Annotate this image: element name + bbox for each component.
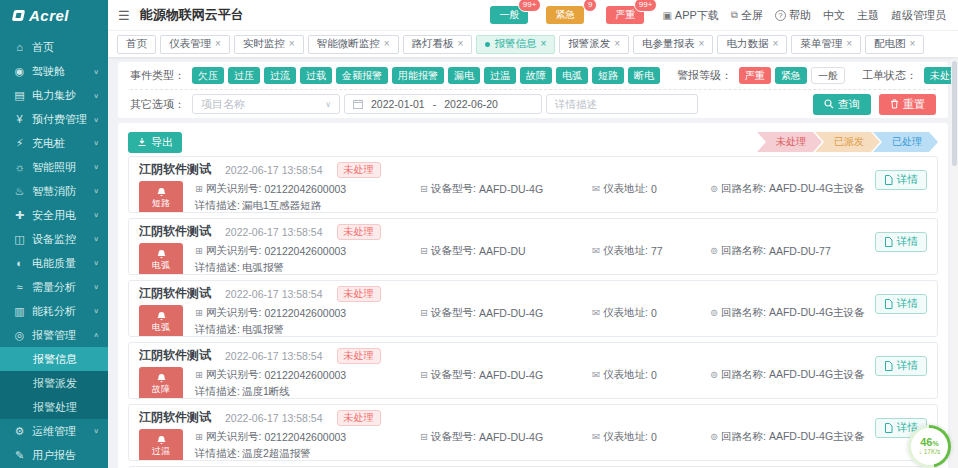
field-value: 77 [651, 245, 663, 257]
level-general-button[interactable]: 一般 [811, 67, 845, 84]
hamburger-icon[interactable] [118, 8, 130, 23]
description-input[interactable] [546, 94, 698, 114]
alarm-type-icon: 电弧 [139, 305, 183, 337]
alarm-type-icon: 故障 [139, 367, 183, 399]
flow-step-pending[interactable]: 未处理 [757, 132, 822, 152]
event-type-overtemp[interactable]: 过温 [484, 67, 516, 84]
tab-meter-management[interactable]: 仪表管理 [160, 35, 230, 54]
theme-switch[interactable]: 主题 [857, 8, 879, 23]
alarm-card: 江阴软件测试 2022-06-17 13:58:54 未处理 短路 网关识别号:… [128, 156, 938, 213]
circuit-icon [710, 431, 718, 442]
sidebar-item-power-collection[interactable]: 电力集抄 [0, 83, 108, 107]
tab-distribution-diagram[interactable]: 配电图 [865, 35, 924, 54]
tab-menu-management[interactable]: 菜单管理 [791, 35, 861, 54]
alarm-level-urgent-badge[interactable]: 紧急 9 [546, 6, 584, 24]
status-badge: 未处理 [337, 162, 381, 178]
sidebar-item-demand-analysis[interactable]: 需量分析 [0, 275, 108, 299]
flow-step-dispatched[interactable]: 已派发 [815, 132, 880, 152]
field-value: AAFD-DU-4G [479, 369, 543, 381]
sidebar-item-alarm-management[interactable]: 报警管理 [0, 323, 108, 347]
close-icon[interactable] [215, 39, 221, 49]
close-icon[interactable] [384, 39, 390, 49]
event-type-short-circuit[interactable]: 短路 [592, 67, 624, 84]
chevron-down-icon [93, 259, 99, 266]
sidebar-item-user-report[interactable]: 用户报告 [0, 443, 108, 467]
sidebar-item-device-monitor[interactable]: 设备监控 [0, 227, 108, 251]
event-type-fault[interactable]: 故障 [520, 67, 552, 84]
sidebar-item-dashboard[interactable]: 驾驶舱 [0, 59, 108, 83]
tab-home[interactable]: 首页 [117, 35, 156, 54]
flow-step-handled[interactable]: 已处理 [873, 132, 938, 152]
sidebar-item-alarm-info[interactable]: 报警信息 [0, 347, 108, 371]
description-field: 详情描述:温度2超温报警 [195, 447, 927, 460]
close-icon[interactable] [699, 39, 705, 49]
dashboard-icon [13, 65, 26, 78]
event-type-energy-alarm[interactable]: 用能报警 [392, 67, 444, 84]
tab-power-data[interactable]: 电力数据 [717, 35, 787, 54]
event-type-arc[interactable]: 电弧 [556, 67, 588, 84]
project-select[interactable]: 项目名称 [192, 94, 340, 114]
field-label: 回路名称: [721, 306, 766, 320]
close-icon[interactable] [772, 39, 778, 49]
app-download-link[interactable]: APP下载 [662, 8, 718, 23]
card-body: 电弧 网关识别号:02122042600003 设备型号:AAFD-DU 仪表地… [139, 243, 927, 275]
event-type-undervoltage[interactable]: 欠压 [192, 67, 224, 84]
user-name: 超级管理员 [891, 8, 946, 23]
event-type-overvoltage[interactable]: 过压 [228, 67, 260, 84]
date-range-picker[interactable]: 2022-01-01 - 2022-06-20 [344, 94, 542, 114]
sidebar-item-power-quality[interactable]: 电能质量 [0, 251, 108, 275]
alarm-level-severe-badge[interactable]: 严重 99+ [606, 6, 644, 24]
tab-realtime-monitor[interactable]: 实时监控 [234, 35, 304, 54]
alarm-time: 2022-06-17 13:58:54 [225, 412, 323, 424]
tab-smart-breaker[interactable]: 智能微断监控 [308, 35, 399, 54]
detail-button[interactable]: 详情 [875, 170, 927, 190]
fullscreen-link[interactable]: 全屏 [731, 8, 763, 23]
sidebar-item-alarm-handle[interactable]: 报警处理 [0, 395, 108, 419]
scrollbar-thumb[interactable] [952, 61, 957, 166]
event-type-leakage[interactable]: 漏电 [448, 67, 480, 84]
reset-button[interactable]: 重置 [879, 94, 936, 115]
tab-alarm-dispatch[interactable]: 报警派发 [559, 35, 629, 54]
help-link[interactable]: ? 帮助 [775, 8, 811, 23]
sidebar-item-fire-protection[interactable]: 智慧消防 [0, 179, 108, 203]
event-type-overload[interactable]: 过载 [300, 67, 332, 84]
detail-button[interactable]: 详情 [875, 294, 927, 314]
sidebar-item-electrical-safety[interactable]: 安全用电 [0, 203, 108, 227]
performance-gauge[interactable]: 46% ↓ 17K/s [908, 425, 951, 468]
alarm-level-general-badge[interactable]: 一般 99+ [490, 6, 528, 24]
sidebar-menu: 首页 驾驶舱 电力集抄 预付费管理 充电桩 [0, 30, 108, 467]
tab-streetlight-board[interactable]: 路灯看板 [403, 35, 473, 54]
close-icon[interactable] [458, 39, 464, 49]
vertical-scrollbar[interactable] [951, 57, 958, 468]
close-icon[interactable] [540, 39, 546, 49]
detail-button[interactable]: 详情 [875, 232, 927, 252]
detail-button[interactable]: 详情 [875, 356, 927, 376]
level-severe-button[interactable]: 严重 [739, 67, 771, 84]
sidebar-item-prepaid[interactable]: 预付费管理 [0, 107, 108, 131]
language-switch[interactable]: 中文 [823, 8, 845, 23]
export-button[interactable]: 导出 [128, 132, 182, 153]
sidebar-item-home[interactable]: 首页 [0, 35, 108, 59]
close-icon[interactable] [289, 39, 295, 49]
tab-alarm-info[interactable]: 报警信息 [476, 35, 555, 54]
export-icon [137, 137, 147, 147]
close-icon[interactable] [910, 39, 916, 49]
field-label: 设备型号: [431, 244, 476, 258]
level-urgent-button[interactable]: 紧急 [775, 67, 807, 84]
sidebar-item-lighting[interactable]: 智能照明 [0, 155, 108, 179]
tab-parameter-report[interactable]: 电参量报表 [633, 35, 713, 54]
close-icon[interactable] [846, 39, 852, 49]
close-icon[interactable] [614, 39, 620, 49]
user-menu[interactable]: 超级管理员 [891, 8, 946, 23]
event-type-overcurrent[interactable]: 过流 [264, 67, 296, 84]
event-type-amount-alarm[interactable]: 金额报警 [336, 67, 388, 84]
sidebar-item-charging-pile[interactable]: 充电桩 [0, 131, 108, 155]
electrical-safety-icon [13, 209, 26, 222]
alarm-type-label: 故障 [152, 385, 170, 394]
search-button[interactable]: 查询 [813, 94, 871, 115]
sidebar-item-operations[interactable]: 运维管理 [0, 419, 108, 443]
sidebar-item-energy-analysis[interactable]: 能耗分析 [0, 299, 108, 323]
sidebar-item-alarm-dispatch[interactable]: 报警派发 [0, 371, 108, 395]
event-type-power-off[interactable]: 断电 [628, 67, 660, 84]
alarm-card: 江阴软件测试 2022-06-17 13:58:54 未处理 电弧 网关识别号:… [128, 280, 938, 337]
